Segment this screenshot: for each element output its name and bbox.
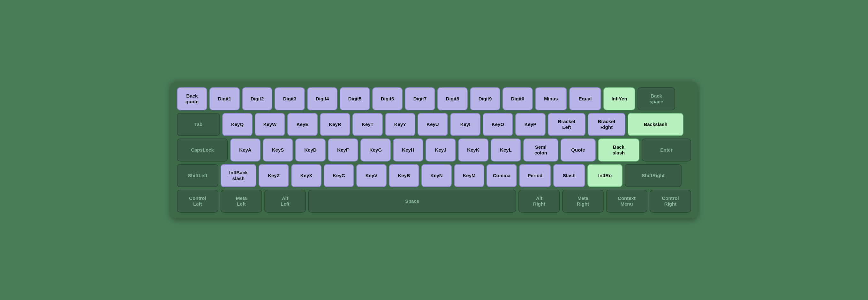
- key-keyt[interactable]: KeyT: [352, 113, 383, 136]
- key-keyp[interactable]: KeyP: [515, 113, 546, 136]
- key-shiftright[interactable]: ShiftRight: [625, 164, 682, 187]
- key-tab[interactable]: Tab: [177, 113, 220, 136]
- key-keyq[interactable]: KeyQ: [222, 113, 252, 136]
- key-keys[interactable]: KeyS: [263, 138, 293, 162]
- key-space[interactable]: Space: [308, 190, 516, 213]
- key-keyi[interactable]: KeyI: [450, 113, 480, 136]
- key-backslash[interactable]: Backslash: [628, 113, 683, 136]
- key-intlbackslash2[interactable]: Back slash: [598, 138, 640, 162]
- key-intlro[interactable]: IntlRo: [587, 164, 622, 187]
- key-minus[interactable]: Minus: [535, 87, 567, 110]
- key-digit6[interactable]: Digit6: [372, 87, 403, 110]
- keyboard-row-row3: CapsLockKeyAKeySKeyDKeyFKeyGKeyHKeyJKeyK…: [177, 138, 691, 162]
- key-intlyen[interactable]: IntlYen: [603, 87, 635, 110]
- key-keyj[interactable]: KeyJ: [426, 138, 456, 162]
- key-keyz[interactable]: KeyZ: [258, 164, 289, 187]
- key-keyw[interactable]: KeyW: [255, 113, 285, 136]
- key-keyy[interactable]: KeyY: [385, 113, 415, 136]
- key-keyc[interactable]: KeyC: [324, 164, 354, 187]
- key-period[interactable]: Period: [519, 164, 551, 187]
- key-digit1[interactable]: Digit1: [209, 87, 240, 110]
- key-equal[interactable]: Equal: [569, 87, 601, 110]
- key-keyl[interactable]: KeyL: [491, 138, 521, 162]
- key-keyu[interactable]: KeyU: [417, 113, 448, 136]
- key-bracketright[interactable]: Bracket Right: [588, 113, 625, 136]
- key-keyb[interactable]: KeyB: [389, 164, 419, 187]
- key-comma[interactable]: Comma: [487, 164, 517, 187]
- key-intlbackslash[interactable]: IntlBack slash: [221, 164, 256, 187]
- key-keye[interactable]: KeyE: [287, 113, 318, 136]
- key-enter[interactable]: Enter: [642, 138, 691, 162]
- key-digit9[interactable]: Digit9: [470, 87, 500, 110]
- key-keym[interactable]: KeyM: [454, 164, 484, 187]
- key-keyh[interactable]: KeyH: [393, 138, 423, 162]
- key-keyk[interactable]: KeyK: [458, 138, 489, 162]
- key-keyf[interactable]: KeyF: [328, 138, 358, 162]
- key-digit5[interactable]: Digit5: [340, 87, 370, 110]
- key-altleft[interactable]: Alt Left: [264, 190, 306, 213]
- key-keyx[interactable]: KeyX: [291, 164, 321, 187]
- key-semicolon[interactable]: Semi colon: [523, 138, 558, 162]
- key-quote[interactable]: Quote: [561, 138, 596, 162]
- key-digit8[interactable]: Digit8: [437, 87, 468, 110]
- keyboard-row-row1: Back quoteDigit1Digit2Digit3Digit4Digit5…: [177, 87, 691, 110]
- key-digit7[interactable]: Digit7: [405, 87, 435, 110]
- key-controlright[interactable]: Control Right: [650, 190, 691, 213]
- keyboard: Back quoteDigit1Digit2Digit3Digit4Digit5…: [170, 82, 698, 218]
- key-backspace[interactable]: Back space: [638, 87, 675, 110]
- key-keyv[interactable]: KeyV: [356, 164, 386, 187]
- key-capslock[interactable]: CapsLock: [177, 138, 228, 162]
- key-keyg[interactable]: KeyG: [361, 138, 391, 162]
- keyboard-row-row5: Control LeftMeta LeftAlt LeftSpaceAlt Ri…: [177, 190, 691, 213]
- key-bracketleft[interactable]: Bracket Left: [548, 113, 586, 136]
- key-keyn[interactable]: KeyN: [422, 164, 452, 187]
- key-shiftleft[interactable]: ShiftLeft: [177, 164, 218, 187]
- key-keya[interactable]: KeyA: [230, 138, 260, 162]
- key-keyr[interactable]: KeyR: [320, 113, 350, 136]
- key-keyd[interactable]: KeyD: [295, 138, 326, 162]
- key-digit4[interactable]: Digit4: [307, 87, 337, 110]
- key-altright[interactable]: Alt Right: [519, 190, 560, 213]
- key-backquote[interactable]: Back quote: [177, 87, 207, 110]
- key-digit3[interactable]: Digit3: [275, 87, 305, 110]
- keyboard-row-row4: ShiftLeftIntlBack slashKeyZKeyXKeyCKeyVK…: [177, 164, 691, 187]
- key-digit2[interactable]: Digit2: [242, 87, 272, 110]
- keyboard-row-row2: TabKeyQKeyWKeyEKeyRKeyTKeyYKeyUKeyIKeyOK…: [177, 113, 691, 136]
- key-controlleft[interactable]: Control Left: [177, 190, 218, 213]
- key-contextmenu[interactable]: Context Menu: [606, 190, 647, 213]
- key-keyo[interactable]: KeyO: [483, 113, 513, 136]
- key-metaleft[interactable]: Meta Left: [221, 190, 262, 213]
- key-slash[interactable]: Slash: [553, 164, 585, 187]
- key-metaright[interactable]: Meta Right: [562, 190, 604, 213]
- key-digit0[interactable]: Digit0: [502, 87, 533, 110]
